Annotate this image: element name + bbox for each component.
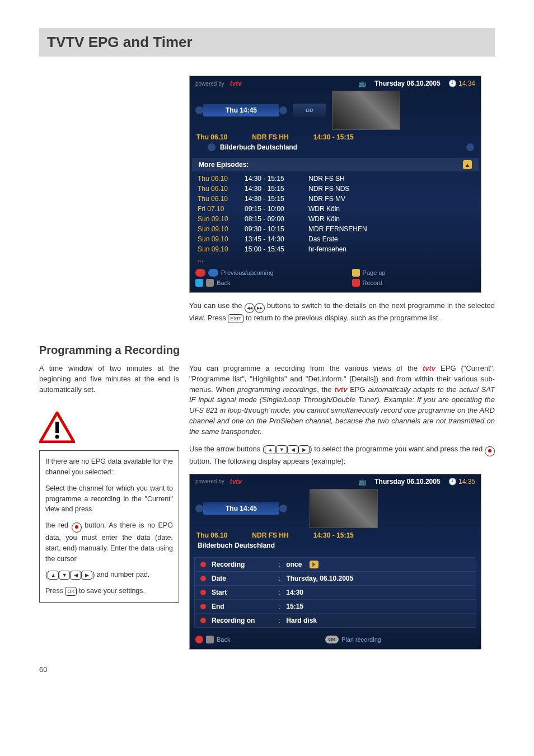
sidebox-p1: If there are no EPG data available for t… (45, 456, 173, 478)
down-button-icon: ▼ (276, 445, 287, 454)
epg-episodes-screenshot: powered by tvtv 📺 Thursday 06.10.2005 🕘 … (189, 76, 481, 293)
tvtv-inline-logo: tvtv (334, 385, 347, 394)
svg-rect-1 (55, 422, 59, 433)
rewind-icon[interactable] (195, 269, 205, 277)
tvtv-logo: tvtv (230, 80, 242, 87)
tab-right-arrow-icon[interactable] (279, 505, 287, 512)
cycle-icon[interactable] (310, 561, 318, 568)
svg-point-2 (55, 435, 59, 439)
status-date: Thursday 06.10.2005 (374, 478, 440, 486)
foot-back-label: Back (217, 279, 230, 286)
powered-by-label: powered by (195, 478, 224, 484)
field-recording[interactable]: Recording:once (195, 558, 476, 571)
field-date[interactable]: Date:Thursday, 06.10.2005 (195, 571, 476, 585)
time-tab[interactable]: Thu 14:45 (203, 104, 279, 116)
audio-badge: DD (293, 104, 326, 117)
time-tab[interactable]: Thu 14:45 (203, 502, 279, 515)
rewind-button-icon: ◂◂ (245, 303, 255, 313)
powered-by-label: powered by (195, 81, 224, 87)
prog-date: Thu 06.10 (196, 531, 227, 539)
foot-prev-label: Previous/upcoming (221, 269, 274, 276)
episode-row[interactable]: Sun 09.1008:15 - 09:00WDR Köln (190, 214, 481, 224)
episode-row[interactable]: Thu 06.1014:30 - 15:15NDR FS SH (190, 174, 481, 184)
field-start[interactable]: Start:14:30 (195, 585, 476, 599)
page-up-icon[interactable]: ▲ (463, 160, 472, 169)
foot-plan-label: Plan recording (341, 636, 381, 643)
prev-prog-icon[interactable] (208, 143, 216, 151)
down-button-icon: ▼ (59, 571, 70, 580)
prog-time: 14:30 - 15:15 (313, 133, 354, 141)
preview-thumbnail (332, 91, 400, 130)
sidebox-p3: the red button. As there is no EPG data,… (45, 520, 173, 564)
status-time: 14:35 (458, 478, 475, 486)
red-record-button-icon (485, 446, 495, 456)
right-para-2: Use the arrow buttons (▲▼◀▶) to select t… (189, 444, 495, 467)
exit-icon[interactable] (206, 636, 214, 643)
tab-left-arrow-icon[interactable] (195, 106, 203, 114)
warning-icon (39, 412, 75, 443)
right-button-icon: ▶ (81, 571, 92, 580)
prog-time: 14:30 - 15:15 (313, 531, 354, 539)
forward-icon[interactable] (208, 269, 218, 277)
tv-icon: 📺 (358, 478, 367, 486)
right-para-1: You can programme a recording from the v… (189, 363, 495, 437)
field-recording-on[interactable]: Recording on:Hard disk (195, 613, 476, 627)
episode-list: Thu 06.1014:30 - 15:15NDR FS SH Thu 06.1… (190, 174, 481, 264)
tab-right-arrow-icon[interactable] (279, 106, 287, 114)
status-date: Thursday 06.10.2005 (374, 80, 440, 87)
warning-sidebox: If there are no EPG data available for t… (39, 450, 179, 603)
prog-title: Bilderbuch Deutschland (220, 143, 297, 151)
recording-settings: Recording:once Date:Thursday, 06.10.2005… (194, 557, 476, 628)
ok-button-icon[interactable]: OK (325, 636, 339, 643)
sidebox-p5: Press OK to save your settings. (45, 586, 173, 596)
clock-icon: 🕘 14:35 (448, 478, 475, 486)
episode-row[interactable]: Sun 09.1013:45 - 14:30Das Erste (190, 234, 481, 244)
sidebox-p2: Select the channel for which you want to… (45, 483, 173, 515)
left-para-1: A time window of two minutes at the begi… (39, 363, 179, 395)
exit-icon[interactable] (206, 279, 214, 287)
foot-back-label: Back (217, 636, 230, 643)
section-heading: Programming a Recording (39, 344, 495, 357)
red-button-icon[interactable] (352, 279, 360, 287)
page-title-bar: TVTV EPG and Timer (39, 28, 495, 57)
episode-row[interactable]: Sun 09.1009:30 - 10:15MDR FERNSEHEN (190, 224, 481, 234)
body-para-1: You can use the ◂◂▸▸ buttons to switch t… (189, 301, 495, 324)
tab-left-arrow-icon[interactable] (195, 505, 203, 512)
left-button-icon: ◀ (287, 445, 298, 454)
episode-row[interactable]: Thu 06.1014:30 - 15:15NDR FS NDS (190, 184, 481, 194)
status-time: 14:34 (458, 80, 475, 87)
sidebox-p4: (▲▼◀▶) and number pad. (45, 570, 173, 580)
left-button-icon: ◀ (70, 571, 81, 580)
up-button-icon: ▲ (265, 445, 276, 454)
recording-setup-screenshot: powered by tvtv 📺 Thursday 06.10.2005 🕘 … (189, 474, 481, 650)
more-episodes-header: More Episodes: ▲ (192, 158, 479, 171)
prog-channel: NDR FS HH (252, 133, 288, 141)
ok-button-icon: OK (65, 587, 77, 596)
tv-icon: 📺 (358, 80, 367, 87)
foot-record-label: Record (363, 279, 382, 286)
fastforward-button-icon: ▸▸ (255, 303, 265, 313)
episode-row[interactable]: Thu 06.1014:30 - 15:15NDR FS MV (190, 194, 481, 204)
prog-channel: NDR FS HH (252, 531, 288, 539)
exit-button-icon: EXIT (228, 314, 243, 323)
page-title: TVTV EPG and Timer (47, 34, 487, 51)
right-button-icon: ▶ (298, 445, 310, 454)
field-end[interactable]: End:15:15 (195, 599, 476, 613)
page-number: 60 (39, 665, 495, 674)
yellow-button-icon[interactable] (352, 269, 360, 277)
episode-row[interactable]: Fri 07.1009:15 - 10:00WDR Köln (190, 204, 481, 214)
preview-thumbnail (310, 489, 378, 528)
next-prog-icon[interactable] (466, 143, 474, 151)
tvtv-inline-logo: tvtv (423, 364, 435, 372)
up-button-icon: ▲ (48, 571, 59, 580)
episode-row[interactable]: Sun 09.1015:00 - 15:45hr-fernsehen (190, 244, 481, 254)
clock-icon: 🕘 14:34 (448, 80, 475, 87)
red-button-icon[interactable] (195, 636, 203, 643)
prog-date: Thu 06.10 (196, 133, 227, 141)
foot-pageup-label: Page up (363, 269, 386, 276)
prog-title: Bilderbuch Deutschland (198, 542, 275, 549)
red-record-button-icon (72, 522, 82, 533)
tvtv-logo: tvtv (230, 478, 242, 486)
info-icon[interactable] (195, 279, 203, 287)
